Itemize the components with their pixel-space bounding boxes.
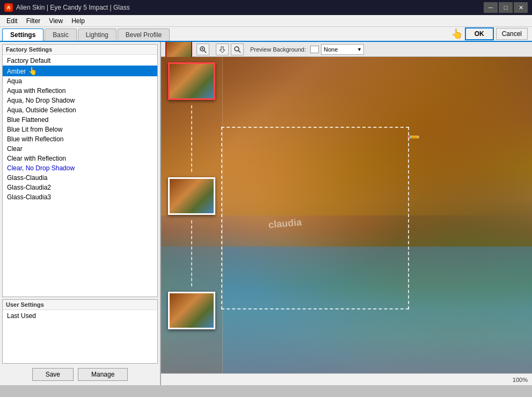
preview-toolbar: Preview Background: None ▼ [161,42,532,57]
title-bar-left: A Alien Skin | Eye Candy 5 Impact | Glas… [4,3,130,12]
factory-settings-header: Factory Settings [3,45,157,55]
list-item-blue-reflection[interactable]: Blue with Reflection [3,134,157,144]
title-bar: A Alien Skin | Eye Candy 5 Impact | Glas… [0,0,532,15]
list-item-blue-lit[interactable]: Blue Lit from Below [3,125,157,134]
svg-line-1 [204,50,206,53]
list-item-glass-claudia[interactable]: Glass-Claudia [3,173,157,183]
hand-tool[interactable] [216,44,229,55]
dashed-line-v2 [191,220,192,287]
menu-help[interactable]: Help [67,16,89,26]
zoom-level: 100% [513,377,528,383]
selection-line-right [408,127,409,309]
tool-group [196,44,209,55]
tabs-row: Settings Basic Lighting Bevel Profile 👆 … [0,27,532,42]
list-item-aqua-reflection[interactable]: Aqua with Reflection [3,86,157,96]
list-item-clear[interactable]: Clear [3,144,157,154]
factory-settings-list[interactable]: Factory Default Amber 👆 Aqua Aqua with R… [3,55,157,297]
list-item-clear-no-shadow[interactable]: Clear, No Drop Shadow [3,163,157,173]
selection-line-top [221,127,409,128]
right-panel: Preview Background: None ▼ [161,42,532,385]
user-settings-header: User Settings [3,300,157,310]
status-bar: 100% [161,373,532,385]
menu-bar: Edit Filter View Help [0,15,532,27]
tab-settings[interactable]: Settings [2,28,43,41]
bg-dropdown[interactable]: None ▼ [321,44,364,55]
list-item-glass-claudia3[interactable]: Glass-Claudia3 [3,192,157,202]
ok-cursor-icon: 👆 [451,28,463,40]
scene-background: claudia ✏️ [161,57,532,373]
top-buttons: 👆 OK Cancel [451,27,528,40]
bottom-buttons: Save Manage [2,366,158,383]
list-item-blue-flattened[interactable]: Blue Flattened [3,115,157,125]
minimize-button[interactable]: ─ [484,2,498,13]
tab-lighting[interactable]: Lighting [78,28,116,41]
zoom-in-tool[interactable] [196,44,209,55]
preview-thumb-3[interactable] [168,292,215,329]
list-item-factory-default[interactable]: Factory Default [3,56,157,66]
user-settings-list[interactable]: Last Used [3,310,157,363]
left-thumb-strip [161,57,223,373]
tab-basic[interactable]: Basic [45,28,76,41]
bg-value: None [324,46,338,53]
preview-thumb-1[interactable] [168,62,215,100]
menu-view[interactable]: View [45,16,67,26]
ok-button[interactable]: OK [465,27,494,40]
zoom-tool[interactable] [231,44,244,55]
list-item-aqua-outside[interactable]: Aqua, Outside Selection [3,105,157,115]
main-content: Factory Settings Factory Default Amber 👆… [0,42,532,385]
left-panel: Factory Settings Factory Default Amber 👆… [0,42,161,385]
bg-color-swatch[interactable] [310,46,319,53]
list-item-aqua-no-shadow[interactable]: Aqua, No Drop Shadow [3,96,157,105]
list-item-amber[interactable]: Amber 👆 [3,66,157,76]
svg-line-5 [238,50,241,53]
preview-bg-label: Preview Background: [250,46,306,53]
selection-line-left [221,127,222,309]
dashed-line-v [191,105,192,172]
tab-bevel-profile[interactable]: Bevel Profile [118,28,170,41]
list-item-glass-claudia2[interactable]: Glass-Claudia2 [3,183,157,192]
preview-area[interactable]: claudia ✏️ [161,57,532,373]
cancel-button[interactable]: Cancel [496,28,528,40]
list-item-last-used[interactable]: Last Used [3,311,157,321]
title-bar-title: Alien Skin | Eye Candy 5 Impact | Glass [16,4,130,11]
dropdown-arrow-icon: ▼ [357,47,362,52]
close-button[interactable]: ✕ [514,2,528,13]
title-bar-controls: ─ □ ✕ [484,2,528,13]
maximize-button[interactable]: □ [499,2,513,13]
svg-point-4 [235,47,239,51]
save-button[interactable]: Save [32,368,74,381]
factory-settings-group: Factory Settings Factory Default Amber 👆… [2,44,158,297]
list-item-clear-reflection[interactable]: Clear with Reflection [3,154,157,163]
preview-thumb-2[interactable] [168,177,215,215]
list-item-aqua[interactable]: Aqua [3,76,157,86]
preview-bg-select: None ▼ [310,44,364,55]
selection-line-bottom [221,308,409,309]
amber-cursor-icon: 👆 [28,67,37,75]
manage-button[interactable]: Manage [78,368,128,381]
user-settings-group: User Settings Last Used [2,299,158,364]
menu-filter[interactable]: Filter [22,16,45,26]
menu-edit[interactable]: Edit [2,16,22,26]
app-icon: A [4,3,13,12]
